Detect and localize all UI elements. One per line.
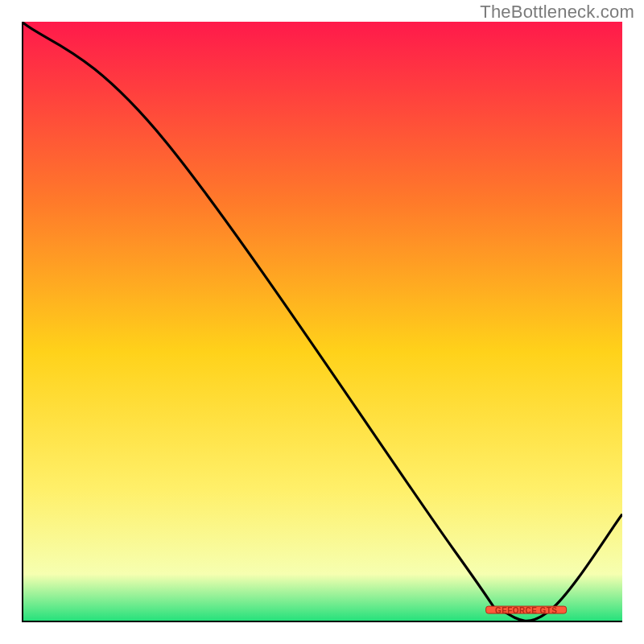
chart-background-gradient [22,22,622,622]
bottleneck-chart: GEFORCE GTS [22,22,622,622]
marker-label: GEFORCE GTS [495,605,557,614]
attribution-text: TheBottleneck.com [480,2,634,23]
